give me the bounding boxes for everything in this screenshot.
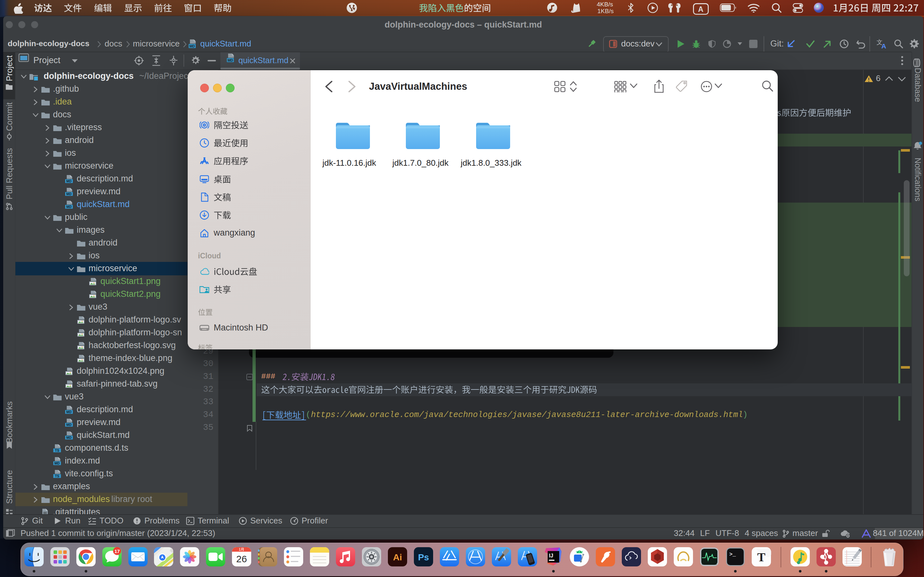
svg-text:A: A — [881, 42, 886, 49]
svg-text:>_: >_ — [729, 551, 736, 558]
svg-text:MD: MD — [66, 423, 72, 427]
svg-text:MD: MD — [189, 44, 195, 48]
svg-text:TS: TS — [55, 474, 59, 478]
svg-text:MD: MD — [55, 461, 60, 465]
svg-text:MD: MD — [66, 436, 72, 440]
svg-text:MD: MD — [66, 410, 72, 414]
svg-text:Ai: Ai — [393, 552, 402, 562]
svg-text:26: 26 — [236, 554, 247, 564]
svg-text:IJ: IJ — [549, 553, 553, 558]
svg-text:Ps: Ps — [418, 552, 429, 562]
svg-text:TS: TS — [55, 448, 59, 452]
svg-text:T: T — [757, 550, 765, 564]
svg-text:MD: MD — [66, 179, 72, 183]
svg-text:MD: MD — [66, 205, 72, 209]
svg-text:MD: MD — [228, 58, 233, 62]
svg-text:A: A — [698, 5, 704, 13]
svg-text:MD: MD — [66, 192, 72, 196]
svg-text:17: 17 — [115, 548, 120, 554]
